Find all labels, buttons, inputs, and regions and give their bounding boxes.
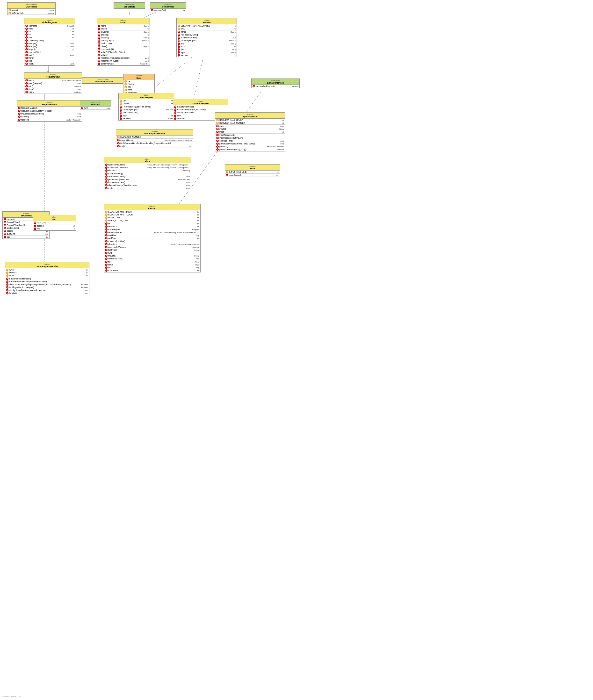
class-Main: «class» Main sINPUT_MAX_LINE int mmain(S… [225,164,280,177]
class-RequestHandler: «class» RequestHandler mRequestHandler()… [17,100,82,122]
class-Runnable: «interface» Runnable mrun() void [80,100,111,110]
class-RequestQueue: «class» RequestQueue fqueue LinkedQueue<… [24,73,82,94]
class-Floor: «class» Floor frequestQueuesUp ArrayList… [104,157,191,190]
class-SmartRequestHandler: «class» SmartRequestHandler sWAIT int sO… [5,262,89,295]
class-Serializable: «interface» Serializable [114,2,145,9]
class-ElevatorInterface: «interface» ElevatorInterface mcanHandle… [251,79,300,88]
class-FloorRequest: «class» FloorRequest sUP int sDOWN int m… [118,93,174,121]
class-Pair: «class» Pair mPair(T, int) fsecond int f… [33,215,76,231]
class-InputProcessor: «class» InputProcessor sREQUEST_MAX_LENG… [215,112,285,152]
class-Enum: «class» Enum fname String fordinal int m… [97,18,150,66]
class-MultiRequestHandler: «class» MultiRequestHandler sELEVATOR_NU… [116,129,193,148]
class-Elevator: «class» Elevator sELEVATOR_MIN_FLOOR int… [104,204,201,273]
class-Request: «class» Request sELEVATOR_NOT_ALLOCATED … [176,18,237,57]
class-Deprecated-header: «annotation» Deprecated [7,3,55,9]
class-LinkedInQueue: «class» LinkedInQueue felements Object[]… [24,18,75,66]
class-FunctionalInterface: «annotation» FunctionalInterface [82,77,124,84]
class-Comparable: «interface» Comparable mcompareTo() int [150,2,186,12]
watermark: Powered by PlantUML [2,695,22,698]
diagram-canvas: «annotation» Deprecated ssince() String … [0,0,593,700]
class-Deprecated: «annotation» Deprecated ssince() String … [7,2,55,15]
